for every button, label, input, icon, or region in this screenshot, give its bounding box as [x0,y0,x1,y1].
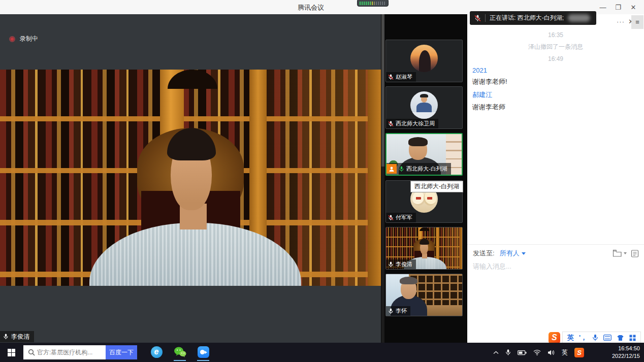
search-input[interactable]: 官方:基层医疗机构... [37,348,97,357]
participant-tile[interactable]: 李怀 [385,274,463,316]
redacted-name-blur [568,14,590,22]
ime-keyboard-icon[interactable] [603,335,611,341]
mic-muted-icon [474,15,481,22]
baidu-search-button[interactable]: 百度一下 [106,345,137,359]
file-attach-button[interactable] [613,249,627,257]
ime-language-toggle[interactable]: 英 [567,333,574,342]
tray-battery[interactable] [518,350,527,355]
chat-message: 谢谢李老师 [472,103,640,112]
chat-timestamp: 16:49 [548,55,563,62]
participant-strip: 赵淑琴 西北师大徐卫周 西北师大-白列湖 [381,14,467,343]
mic-on-icon [388,261,394,268]
meeting-window: 录制中 李俊清 赵淑琴 [0,14,644,343]
participant-tile[interactable]: 李俊清 [385,227,463,270]
participant-name: 付军军 [396,214,412,221]
chat-more-button[interactable]: ··· [617,18,625,25]
clock-time: 16:54:50 [612,345,640,352]
ie-browser-icon: e [151,346,163,358]
participant-tile-speaking[interactable]: 西北师大-白列湖 [385,133,463,176]
divider [485,14,486,22]
ime-toolbox-icon[interactable] [629,335,636,341]
tray-mic[interactable] [505,349,511,356]
tray-network[interactable] [533,349,541,355]
recording-label: 录制中 [20,35,38,43]
chat-composer-bar: 发送至: 所有人 [473,248,639,259]
windows-logo-icon [8,349,15,356]
desktop: { "window": { "title": "腾讯会议", "minimize… [0,0,644,362]
tray-expand-chevron[interactable] [493,351,499,354]
ime-skin-icon[interactable] [617,335,624,341]
system-tray: 英 S [493,343,584,362]
window-controls: — ❐ ✕ [595,0,641,14]
bookshelf-video-scene [0,70,381,286]
send-to-selector[interactable]: 所有人 [500,249,526,258]
wechat-icon [174,346,186,358]
start-button[interactable] [0,343,22,362]
running-indicator [197,360,209,361]
participant-nameplate: 赵淑琴 [386,72,416,82]
send-to-label: 发送至: [473,249,495,258]
main-video-stage: 录制中 李俊清 [0,14,381,343]
tray-ime-language[interactable]: 英 [562,348,568,357]
avatar [410,45,438,72]
chat-message-list: 16:35 泽山撤回了一条消息 16:49 2021 谢谢李老师! 郝建江 谢谢… [471,29,640,114]
taskbar-item-ie[interactable]: e [149,343,164,361]
restore-button[interactable]: ❐ [610,4,626,11]
mic-on-icon [3,334,9,340]
tencent-meeting-icon [198,346,209,358]
composer-divider [467,244,644,245]
close-button[interactable]: ✕ [626,4,641,11]
mic-muted-icon [388,74,394,80]
chevron-down-icon [624,252,627,254]
mic-muted-icon [388,215,394,221]
search-icon [28,349,35,356]
clock-date: 2022/12/15 [612,352,640,360]
microphone-icon [505,349,511,356]
send-to-value: 所有人 [500,249,520,258]
participant-nameplate: 西北师大-白列湖 [387,163,451,175]
participant-tile[interactable]: 赵淑琴 [385,40,463,82]
minimize-button[interactable]: — [595,4,610,11]
ime-voice-icon[interactable] [592,334,598,341]
chat-timestamp: 16:35 [548,31,563,39]
chevron-up-icon [493,351,499,354]
chat-sender-name[interactable]: 郝建江 [472,90,640,100]
participant-tile[interactable]: 西北师大徐卫周 [385,86,463,129]
taskbar-item-wechat[interactable] [172,343,187,361]
taskbar-search-widget[interactable]: 官方:基层医疗机构... 百度一下 [23,345,137,359]
participant-name: 李怀 [396,307,407,315]
main-speaker-nameplate: 李俊清 [0,331,34,342]
tray-volume[interactable] [548,349,555,356]
chat-input[interactable]: 请输入消息... [473,262,511,271]
mic-muted-icon [388,121,394,127]
ime-punctuation-toggle[interactable]: '， [579,333,587,342]
sogou-tray-icon[interactable]: S [574,348,584,357]
participant-name: 西北师大徐卫周 [396,120,435,127]
participant-name: 赵淑琴 [396,73,412,81]
recording-dot-icon [9,36,15,42]
speaking-banner-text: 正在讲话: 西北师大-白列湖; [490,14,564,22]
participant-tooltip: 西北师大-白列湖 [410,181,463,192]
participant-name: 李俊清 [396,260,412,268]
wifi-icon [533,349,541,355]
screenshot-icon[interactable] [631,249,639,258]
sogou-logo-icon[interactable]: S [549,332,560,344]
chat-panel: ··· ✕ ≡ 16:35 泽山撤回了一条消息 16:49 2021 谢谢李老师… [467,14,644,343]
folder-icon [613,249,622,257]
running-indicator [174,360,186,361]
chat-message: 谢谢李老师! [472,77,640,86]
panel-menu-button[interactable]: ≡ [631,15,643,29]
participant-nameplate: 李怀 [386,306,410,316]
taskbar-item-meeting[interactable] [196,343,211,361]
main-video[interactable] [0,70,381,286]
battery-icon [518,350,527,355]
chevron-down-icon [522,252,526,255]
mic-on-icon [388,308,394,314]
participant-nameplate: 付军军 [386,213,416,222]
taskbar-clock[interactable]: 16:54:50 2022/12/15 [612,345,640,360]
audio-level-bars [360,2,386,5]
chat-sender-name[interactable]: 2021 [472,67,640,74]
window-title: 腾讯会议 [298,3,324,12]
speaking-banner: 正在讲话: 西北师大-白列湖; [470,11,596,25]
participant-scrollbar[interactable] [381,14,384,343]
